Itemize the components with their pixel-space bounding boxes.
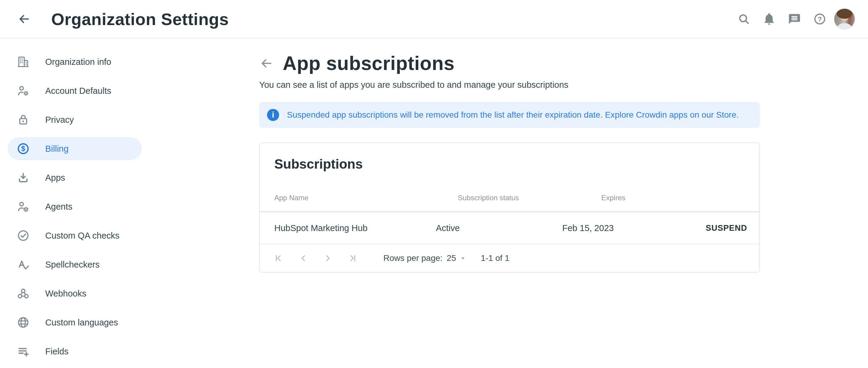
chevron-left-icon bbox=[298, 253, 309, 264]
chevron-down-icon bbox=[458, 254, 467, 263]
info-banner-text[interactable]: Suspended app subscriptions will be remo… bbox=[287, 110, 739, 120]
sidebar-item-label: Webhooks bbox=[45, 289, 87, 299]
list-add-icon bbox=[17, 345, 30, 358]
webhook-icon bbox=[17, 287, 30, 300]
column-header-app-name: App Name bbox=[274, 194, 458, 202]
table-header-row: App Name Subscription status Expires bbox=[260, 194, 759, 202]
card-title: Subscriptions bbox=[260, 143, 759, 171]
globe-icon bbox=[17, 316, 30, 329]
arrow-left-icon bbox=[18, 12, 31, 26]
sidebar-item-label: Organization info bbox=[45, 57, 111, 67]
sidebar-item-webhooks[interactable]: Webhooks bbox=[8, 282, 142, 305]
sidebar-item-label: Privacy bbox=[45, 115, 74, 125]
sidebar-item-label: Billing bbox=[45, 144, 68, 154]
first-page-button[interactable] bbox=[273, 253, 284, 264]
messages-button[interactable] bbox=[788, 12, 801, 26]
app-title: Organization Settings bbox=[51, 9, 229, 29]
help-icon: ? bbox=[813, 12, 827, 26]
table-row: HubSpot Marketing Hub Active Feb 15, 202… bbox=[260, 213, 759, 244]
sidebar-item-custom-qa-checks[interactable]: Custom QA checks bbox=[8, 224, 142, 247]
last-page-icon bbox=[347, 253, 358, 264]
last-page-button[interactable] bbox=[347, 253, 358, 264]
sidebar-item-account-defaults[interactable]: Account Defaults bbox=[8, 79, 142, 102]
sidebar-item-privacy[interactable]: Privacy bbox=[8, 108, 142, 131]
pagination-bar: Rows per page: 25 1-1 of 1 bbox=[260, 244, 759, 272]
sidebar-item-label: Fields bbox=[45, 347, 68, 357]
info-icon: i bbox=[267, 109, 279, 121]
page-title: App subscriptions bbox=[283, 52, 455, 75]
top-bar: Organization Settings ? bbox=[0, 0, 868, 38]
info-banner: i Suspended app subscriptions will be re… bbox=[259, 102, 760, 128]
next-page-button[interactable] bbox=[322, 253, 333, 264]
svg-text:$: $ bbox=[21, 144, 25, 152]
user-gear-icon bbox=[17, 84, 30, 97]
previous-page-button[interactable] bbox=[298, 253, 309, 264]
spellcheck-icon bbox=[17, 258, 30, 271]
sidebar-item-label: Custom QA checks bbox=[45, 231, 120, 241]
sidebar-item-agents[interactable]: Agents bbox=[8, 195, 142, 218]
suspend-button[interactable]: SUSPEND bbox=[706, 224, 759, 233]
dollar-circle-icon: $ bbox=[17, 142, 30, 155]
cell-expires: Feb 15, 2023 bbox=[562, 223, 706, 233]
chevron-right-icon bbox=[322, 253, 333, 264]
sidebar-item-label: Custom languages bbox=[45, 318, 118, 328]
sidebar-item-billing[interactable]: $ Billing bbox=[8, 137, 142, 160]
rows-per-page-label: Rows per page: bbox=[383, 253, 442, 263]
sidebar-item-spellcheckers[interactable]: Spellcheckers bbox=[8, 253, 142, 276]
search-icon bbox=[737, 12, 750, 26]
pagination-range-label: 1-1 of 1 bbox=[481, 253, 509, 263]
download-icon bbox=[17, 171, 30, 184]
column-header-subscription-status: Subscription status bbox=[458, 194, 601, 202]
cell-app-name: HubSpot Marketing Hub bbox=[274, 223, 436, 233]
help-button[interactable]: ? bbox=[813, 12, 827, 26]
subscriptions-card: Subscriptions App Name Subscription stat… bbox=[259, 142, 760, 273]
user-avatar[interactable] bbox=[834, 8, 855, 30]
notifications-button[interactable] bbox=[763, 12, 776, 26]
arrow-left-icon bbox=[259, 56, 273, 70]
sidebar-item-apps[interactable]: Apps bbox=[8, 166, 142, 189]
lock-icon bbox=[17, 113, 30, 126]
svg-text:?: ? bbox=[818, 15, 822, 23]
topbar-back-button[interactable] bbox=[17, 12, 31, 26]
settings-sidebar: Organization info Account Defaults Priva… bbox=[0, 38, 151, 368]
notifications-icon bbox=[763, 12, 776, 26]
building-icon bbox=[17, 55, 30, 68]
sidebar-item-fields[interactable]: Fields bbox=[8, 340, 142, 363]
sidebar-item-organization-info[interactable]: Organization info bbox=[8, 50, 142, 73]
sidebar-item-label: Apps bbox=[45, 173, 65, 183]
rows-per-page-select[interactable]: 25 bbox=[447, 253, 467, 263]
main-content: App subscriptions You can see a list of … bbox=[259, 38, 760, 273]
sidebar-item-custom-languages[interactable]: Custom languages bbox=[8, 311, 142, 334]
page-subtitle: You can see a list of apps you are subsc… bbox=[259, 80, 760, 90]
sidebar-item-label: Agents bbox=[45, 202, 72, 212]
search-button[interactable] bbox=[737, 12, 750, 26]
sidebar-item-label: Account Defaults bbox=[45, 86, 111, 96]
sidebar-item-label: Spellcheckers bbox=[45, 260, 100, 270]
page-back-button[interactable] bbox=[259, 56, 274, 70]
rows-per-page-value: 25 bbox=[447, 253, 456, 263]
column-header-expires: Expires bbox=[601, 194, 759, 202]
user-cube-icon bbox=[17, 200, 30, 213]
cell-subscription-status: Active bbox=[436, 223, 562, 233]
first-page-icon bbox=[273, 253, 284, 264]
messages-icon bbox=[788, 12, 801, 26]
check-circle-icon bbox=[17, 229, 30, 242]
